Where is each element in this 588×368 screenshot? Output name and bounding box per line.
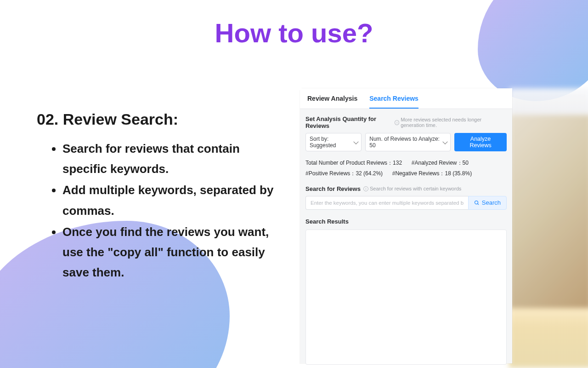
search-section: Search for Reviews i Search for reviews … xyxy=(305,185,507,210)
tab-search-reviews[interactable]: Search Reviews xyxy=(369,95,418,109)
review-panel: Review Analysis Search Reviews Set Analy… xyxy=(300,88,512,363)
set-quantity-title: Set Analysis Quantity for Reviews xyxy=(305,115,392,129)
negative-label: #Negative Reviews： xyxy=(392,170,445,177)
set-quantity-section: Set Analysis Quantity for Reviews i More… xyxy=(305,115,507,151)
positive-label: #Positive Reviews： xyxy=(305,170,356,177)
negative-value: 18 (35.8%) xyxy=(445,170,472,177)
num-reviews-value: Num. of Reviews to Analyze: 50 xyxy=(369,136,443,149)
review-stats: Total Number of Product Reviews：132 #Ana… xyxy=(305,158,507,179)
num-reviews-select[interactable]: Num. of Reviews to Analyze: 50 xyxy=(365,133,451,151)
info-icon: i xyxy=(363,186,368,191)
positive-value: 32 (64.2%) xyxy=(356,170,383,177)
search-hint: i Search for reviews with certain keywor… xyxy=(363,186,461,191)
list-item: Add multiple keywords, separated by comm… xyxy=(62,180,280,220)
svg-line-1 xyxy=(477,203,479,205)
panel-tabs: Review Analysis Search Reviews xyxy=(300,88,512,109)
product-backdrop-blur xyxy=(509,88,588,368)
decorative-blob-top xyxy=(478,0,588,101)
tab-review-analysis[interactable]: Review Analysis xyxy=(307,95,357,109)
keyword-search-input[interactable] xyxy=(305,196,468,210)
list-item: Search for reviews that contain specific… xyxy=(62,138,280,179)
search-button-label: Search xyxy=(482,199,501,206)
analyze-reviews-button[interactable]: Analyze Reviews xyxy=(454,133,507,151)
instructions-column: 02. Review Search: Search for reviews th… xyxy=(37,110,280,283)
instruction-list: Search for reviews that contain specific… xyxy=(37,138,280,282)
svg-point-0 xyxy=(475,201,478,204)
search-results-title: Search Results xyxy=(305,218,507,225)
total-reviews-value: 132 xyxy=(393,160,402,166)
search-button[interactable]: Search xyxy=(468,196,507,210)
sort-by-value: Sort by: Suggested xyxy=(310,136,354,149)
analyzed-value: 50 xyxy=(463,160,469,166)
hint-text-content: More reviews selected needs longer gener… xyxy=(401,117,507,128)
section-heading: 02. Review Search: xyxy=(37,110,280,128)
search-results-box xyxy=(305,230,507,365)
set-quantity-hint: i More reviews selected needs longer gen… xyxy=(395,117,507,128)
page-title: How to use? xyxy=(0,17,588,48)
analyzed-label: #Analyzed Review： xyxy=(412,160,463,166)
list-item: Once you find the reviews you want, use … xyxy=(62,222,280,283)
sort-by-select[interactable]: Sort by: Suggested xyxy=(305,133,362,151)
info-icon: i xyxy=(395,120,399,125)
search-title: Search for Reviews xyxy=(305,185,361,192)
total-reviews-label: Total Number of Product Reviews： xyxy=(305,160,393,166)
hint-text-content: Search for reviews with certain keywords xyxy=(370,186,461,191)
search-icon xyxy=(474,200,480,206)
